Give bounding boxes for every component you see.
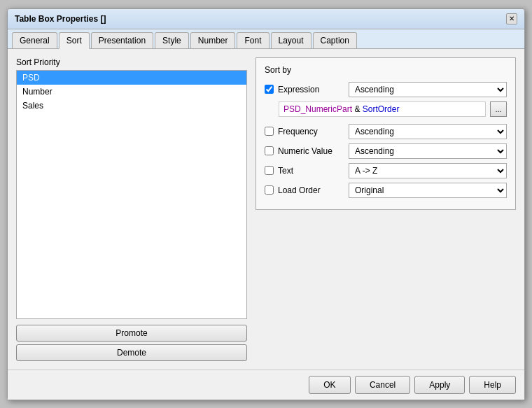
load-order-checkbox[interactable] xyxy=(265,185,274,195)
promote-button[interactable]: Promote xyxy=(16,325,247,342)
dialog: Table Box Properties [] ✕ General Sort P… xyxy=(7,8,525,400)
numeric-value-sort-select[interactable]: Ascending Descending xyxy=(349,143,507,159)
sort-by-title: Sort by xyxy=(265,65,507,75)
text-sort-select[interactable]: A -> Z Z -> A xyxy=(349,163,507,178)
numeric-value-checkbox[interactable] xyxy=(265,146,274,155)
numeric-value-row: Numeric Value Ascending Descending xyxy=(265,143,507,159)
expression-row: Expression Ascending Descending xyxy=(265,82,507,97)
tab-style[interactable]: Style xyxy=(155,32,189,48)
expression-display: PSD_NumericPart & SortOrder xyxy=(279,101,486,117)
expression-sort-select[interactable]: Ascending Descending xyxy=(349,82,507,97)
tab-sort[interactable]: Sort xyxy=(59,32,90,49)
frequency-checkbox[interactable] xyxy=(265,127,274,136)
tab-presentation[interactable]: Presentation xyxy=(91,32,153,48)
expression-formula-box: PSD_NumericPart & SortOrder ... xyxy=(279,101,507,117)
load-order-sort-select[interactable]: Original Reversed xyxy=(349,183,507,198)
left-panel: Sort Priority PSD Number Sales Promote D… xyxy=(16,57,247,361)
dialog-title: Table Box Properties [] xyxy=(15,14,106,24)
frequency-row: Frequency Ascending Descending xyxy=(265,124,507,139)
ok-button[interactable]: OK xyxy=(309,376,351,394)
expression-edit-button[interactable]: ... xyxy=(490,101,507,117)
tab-font[interactable]: Font xyxy=(237,32,269,48)
dialog-footer: OK Cancel Apply Help xyxy=(8,370,524,400)
right-panel: Sort by Expression Ascending Descending … xyxy=(255,57,516,361)
demote-button[interactable]: Demote xyxy=(16,344,247,361)
tab-layout[interactable]: Layout xyxy=(271,32,312,48)
tab-caption[interactable]: Caption xyxy=(313,32,357,48)
expr-part2: SortOrder xyxy=(363,104,400,114)
promote-demote-group: Promote Demote xyxy=(16,325,247,361)
list-item-sales[interactable]: Sales xyxy=(17,99,246,113)
cancel-button[interactable]: Cancel xyxy=(355,376,410,394)
expression-checkbox[interactable] xyxy=(265,85,274,94)
close-button[interactable]: ✕ xyxy=(506,13,517,24)
sort-priority-list[interactable]: PSD Number Sales xyxy=(16,70,247,319)
list-item-number[interactable]: Number xyxy=(17,85,246,99)
tab-number[interactable]: Number xyxy=(190,32,236,48)
frequency-sort-select[interactable]: Ascending Descending xyxy=(349,124,507,139)
apply-button[interactable]: Apply xyxy=(414,376,465,394)
numeric-value-label: Numeric Value xyxy=(278,146,344,156)
sort-by-group: Sort by Expression Ascending Descending … xyxy=(255,57,516,210)
text-label: Text xyxy=(278,166,344,176)
expr-ampersand: & xyxy=(354,104,362,114)
tab-general[interactable]: General xyxy=(12,32,57,48)
help-button[interactable]: Help xyxy=(469,376,516,394)
expression-label: Expression xyxy=(278,85,344,94)
tab-bar: General Sort Presentation Style Number F… xyxy=(8,29,524,49)
dialog-body: Sort Priority PSD Number Sales Promote D… xyxy=(8,49,524,370)
expr-part1: PSD_NumericPart xyxy=(284,104,352,114)
load-order-row: Load Order Original Reversed xyxy=(265,183,507,198)
sort-priority-label: Sort Priority xyxy=(16,57,247,67)
text-row: Text A -> Z Z -> A xyxy=(265,163,507,178)
text-checkbox[interactable] xyxy=(265,166,274,175)
title-bar: Table Box Properties [] ✕ xyxy=(8,9,524,29)
load-order-label: Load Order xyxy=(278,185,344,195)
list-item-psd[interactable]: PSD xyxy=(17,71,246,85)
frequency-label: Frequency xyxy=(278,127,344,136)
